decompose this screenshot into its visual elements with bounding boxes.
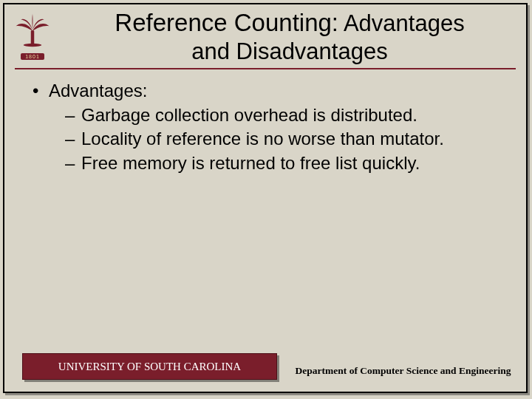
bullet-advantages: Advantages:	[33, 80, 504, 103]
list-item: Garbage collection overhead is distribut…	[33, 104, 504, 127]
list-item: Locality of reference is no worse than m…	[33, 128, 504, 151]
title-sub1: Advantages	[338, 10, 465, 36]
slide-title: Reference Counting: Advantages and Disad…	[4, 4, 526, 65]
list-item-text: Free memory is returned to free list qui…	[81, 153, 420, 173]
slide-content: Advantages: Garbage collection overhead …	[4, 69, 526, 175]
slide-frame: 1801 Reference Counting: Advantages and …	[3, 3, 528, 393]
department-name: Department of Computer Science and Engin…	[296, 365, 511, 377]
svg-rect-0	[31, 30, 34, 44]
bullet-heading: Advantages:	[49, 81, 147, 100]
list-item: Free memory is returned to free list qui…	[33, 152, 504, 175]
list-item-text: Garbage collection overhead is distribut…	[81, 105, 417, 125]
palmetto-icon	[12, 10, 53, 55]
slide-footer: UNIVERSITY OF SOUTH CAROLINA Department …	[22, 353, 516, 380]
university-name: UNIVERSITY OF SOUTH CAROLINA	[58, 361, 241, 373]
footer-university: UNIVERSITY OF SOUTH CAROLINA	[22, 353, 277, 380]
list-item-text: Locality of reference is no worse than m…	[81, 129, 444, 149]
title-sub2: and Disadvantages	[191, 38, 387, 64]
logo-year: 1801	[21, 53, 44, 60]
footer-department: Department of Computer Science and Engin…	[277, 353, 516, 380]
title-main: Reference Counting:	[115, 9, 338, 36]
university-logo: 1801	[10, 10, 55, 65]
svg-point-1	[24, 44, 42, 47]
